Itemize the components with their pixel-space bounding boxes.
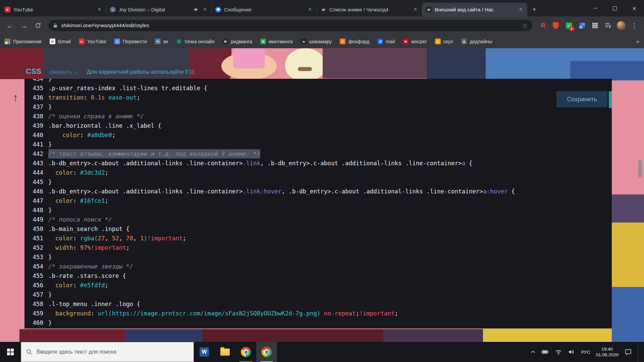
bookmark-readmanga[interactable]: Mридманга [222, 39, 252, 44]
action-center-icon[interactable] [624, 348, 632, 356]
forward-button[interactable]: → [17, 19, 30, 32]
code-line[interactable]: 446.b-db_entry>.c-about .additional-link… [24, 187, 612, 196]
url-text[interactable]: shikimori.one/Чучколд4444/edit/styles [61, 22, 519, 28]
bookmark-skul[interactable]: Сскул [435, 39, 453, 44]
bookmark-gmail[interactable]: MGmail [50, 39, 71, 44]
bookmark-deadlines[interactable]: Ддедлайны [461, 39, 492, 44]
reload-button[interactable] [32, 19, 44, 32]
code-line[interactable]: 435.p-user_rates-index .list-lines tr.ed… [24, 83, 612, 93]
code-line[interactable]: 459 background: url(https://image.prntsc… [24, 309, 612, 318]
volume-icon[interactable] [568, 348, 575, 356]
tab-close-icon[interactable]: × [518, 6, 524, 13]
code-line[interactable]: 451 color: rgba(27, 52, 78, 1)!important… [24, 234, 612, 243]
tab-3[interactable]: Сообщения× [211, 3, 317, 16]
code-line[interactable]: 439.bar.horizontal .line .x_label { [24, 121, 612, 130]
code-line-text: } [48, 177, 52, 187]
window-maximize-button[interactable] [605, 0, 625, 16]
new-tab-button[interactable]: + [529, 4, 539, 14]
bookmark-apps[interactable]: Приложения [5, 39, 42, 44]
bookmarks-overflow-button[interactable]: » [636, 38, 639, 45]
taskbar-word[interactable]: W [194, 342, 215, 362]
code-line[interactable]: 441} [24, 140, 612, 149]
code-line-text: } [48, 252, 52, 262]
code-line[interactable]: 454/* закрашенные звезды */ [24, 262, 612, 271]
bookmarks-list: ПриложенияMGmail▸YouTubeAПеревестиVKвктт… [5, 39, 492, 44]
code-line[interactable]: 455.b-rate .stars.score { [24, 271, 612, 281]
code-line[interactable]: 457} [24, 290, 612, 299]
bookmark-tochka[interactable]: тточка онлайн [176, 39, 214, 44]
scroll-to-top-arrow[interactable]: ↑ [13, 91, 18, 104]
bookmark-shikimori[interactable]: шшикамару [301, 39, 332, 44]
extension-grid[interactable] [578, 21, 586, 30]
bookmark-mintmanga[interactable]: Mминтманга [260, 39, 293, 44]
code-line[interactable]: 442/* текст отзывы, комментарии и т.д. п… [24, 149, 612, 159]
code-line[interactable]: 443.b-db_entry>.c-about .additional-link… [24, 159, 612, 168]
tab-audio-icon[interactable] [194, 7, 199, 12]
bookmark-mosreg[interactable]: Ммосрег [403, 39, 427, 44]
site-lock-icon[interactable] [53, 23, 58, 28]
language-indicator[interactable]: РУС [581, 350, 590, 355]
tab-4[interactable]: шСписок аниме / Чучколд4× [317, 3, 422, 16]
window-close-button[interactable]: × [625, 0, 644, 16]
code-line[interactable]: 444 color: #3dc3d2; [24, 168, 612, 177]
window-minimize-button[interactable] [586, 0, 605, 16]
show-desktop-button[interactable] [638, 342, 641, 362]
code-line[interactable]: 436transition: 0.1s ease-out; [24, 93, 612, 102]
network-icon[interactable] [555, 348, 562, 356]
code-line[interactable]: 434} [24, 79, 612, 83]
back-button[interactable]: ← [3, 19, 16, 32]
code-line[interactable]: 460} [24, 318, 612, 327]
code-line[interactable]: 453} [24, 252, 612, 262]
bookmark-label: вк [163, 39, 168, 44]
extension-playlist[interactable] [604, 21, 612, 30]
tab-close-icon[interactable]: × [307, 6, 313, 13]
code-line[interactable]: 438/* оценки справа в аниме */ [24, 112, 612, 121]
browser-menu-button[interactable]: ⋮ [630, 21, 639, 30]
code-line[interactable]: 456 color: #e5fdfd; [24, 281, 612, 290]
code-line[interactable]: 450.b-main_search .input { [24, 224, 612, 234]
extension-yandex[interactable]: Я [538, 21, 547, 30]
maximize-icon [613, 6, 617, 10]
code-line-text: .b-rate .stars.score { [48, 271, 126, 281]
bookmark-foxford[interactable]: Fфохфорд [340, 39, 369, 44]
code-line[interactable]: 452 width: 97%!important; [24, 243, 612, 252]
start-button[interactable] [0, 342, 21, 362]
page-scrollbar-thumb[interactable] [638, 160, 642, 178]
battery-icon[interactable] [541, 348, 549, 356]
bookmark-label: фохфорд [348, 39, 369, 44]
bookmark-translate[interactable]: AПеревести [114, 39, 147, 44]
tab-close-icon[interactable]: × [96, 6, 103, 13]
tab-close-icon[interactable]: × [412, 6, 419, 13]
tab-close-icon[interactable]: × [202, 6, 208, 13]
tab-2[interactable]: ♪Joy Division – Digital× [106, 3, 211, 16]
taskbar-chrome[interactable] [235, 342, 256, 362]
code-line[interactable]: 448} [24, 205, 612, 215]
bookmark-youtube[interactable]: ▸YouTube [79, 39, 106, 44]
clock[interactable]: 19:40 01.06.2020 [596, 346, 619, 358]
collapse-link[interactable]: свернуть ← [50, 69, 79, 75]
code-line[interactable]: 447 color: #16fce1; [24, 196, 612, 205]
profile-avatar[interactable] [617, 21, 626, 30]
tab-1[interactable]: ▸YouTube× [1, 3, 106, 16]
bookmark-vk[interactable]: VKвк [155, 39, 168, 44]
code-line[interactable]: 437} [24, 102, 612, 112]
code-line[interactable]: 458.l-top_menu .inner .logo { [24, 299, 612, 309]
taskbar-explorer[interactable] [215, 342, 235, 362]
code-line[interactable]: 445} [24, 177, 612, 187]
address-bar[interactable]: shikimori.one/Чучколд4444/edit/styles ☆ [48, 20, 532, 31]
code-line[interactable]: 440 color: #a8dbe0; [24, 130, 612, 140]
save-button[interactable]: Сохранить [556, 91, 607, 107]
extension-table[interactable] [591, 21, 599, 30]
bookmark-mail[interactable]: @mail [377, 39, 395, 44]
tray-chevron-up-icon[interactable] [530, 349, 536, 355]
mail-icon: @ [377, 39, 383, 44]
extension-antivirus[interactable]: ✓ 1 [565, 21, 573, 30]
css-code-editor[interactable]: 434}435.p-user_rates-index .list-lines t… [24, 79, 612, 328]
taskbar-search[interactable]: Введите здесь текст для поиска [21, 342, 194, 362]
extension-adblock[interactable] [551, 21, 560, 30]
code-line[interactable]: 449/* полоса поиск */ [24, 215, 612, 224]
bookmark-star-icon[interactable]: ☆ [522, 22, 528, 29]
taskbar-chrome-active[interactable] [256, 342, 277, 362]
editor-scrollbar-thumb[interactable] [609, 91, 612, 108]
tab-5[interactable]: шВнешний вид сайта / Нас× [422, 3, 527, 16]
